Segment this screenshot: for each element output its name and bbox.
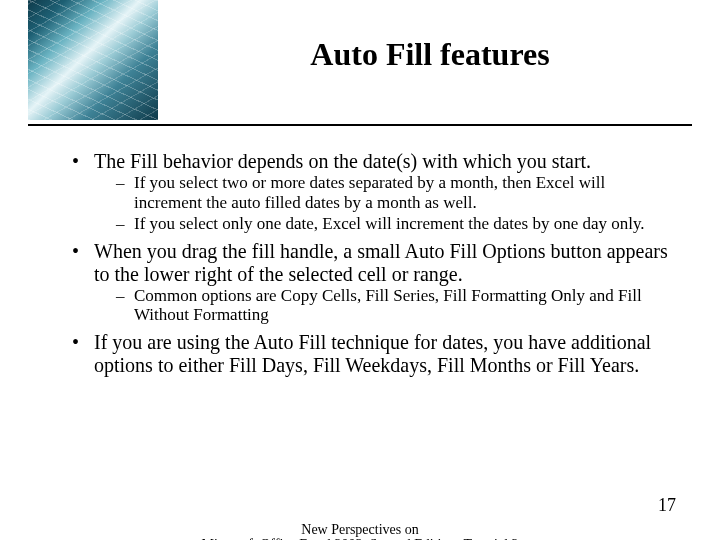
horizontal-rule xyxy=(28,124,692,126)
sub-bullet-item: If you select only one date, Excel will … xyxy=(94,214,670,234)
bullet-item: If you are using the Auto Fill technique… xyxy=(70,331,670,377)
bullet-list-level2: If you select two or more dates separate… xyxy=(94,173,670,234)
bullet-item: The Fill behavior depends on the date(s)… xyxy=(70,150,670,234)
sub-bullet-item: Common options are Copy Cells, Fill Seri… xyxy=(94,286,670,325)
bullet-text: The Fill behavior depends on the date(s)… xyxy=(94,150,591,172)
bullet-list-level2: Common options are Copy Cells, Fill Seri… xyxy=(94,286,670,325)
bullet-item: When you drag the fill handle, a small A… xyxy=(70,240,670,325)
sub-bullet-text: If you select only one date, Excel will … xyxy=(134,214,645,233)
slide: Auto Fill features The Fill behavior dep… xyxy=(0,0,720,540)
decorative-header-image xyxy=(28,0,158,120)
bullet-list-level1: The Fill behavior depends on the date(s)… xyxy=(70,150,670,377)
slide-title: Auto Fill features xyxy=(180,36,680,73)
sub-bullet-text: If you select two or more dates separate… xyxy=(134,173,605,212)
body-content: The Fill behavior depends on the date(s)… xyxy=(70,150,670,383)
sub-bullet-item: If you select two or more dates separate… xyxy=(94,173,670,212)
sub-bullet-text: Common options are Copy Cells, Fill Seri… xyxy=(134,286,642,325)
page-number: 17 xyxy=(658,495,676,516)
bullet-text: When you drag the fill handle, a small A… xyxy=(94,240,668,285)
header-area: Auto Fill features xyxy=(0,0,720,120)
footer-center-text: New Perspectives on Microsoft Office Exc… xyxy=(0,522,720,540)
bullet-text: If you are using the Auto Fill technique… xyxy=(94,331,651,376)
footer-line1: New Perspectives on xyxy=(0,522,720,537)
